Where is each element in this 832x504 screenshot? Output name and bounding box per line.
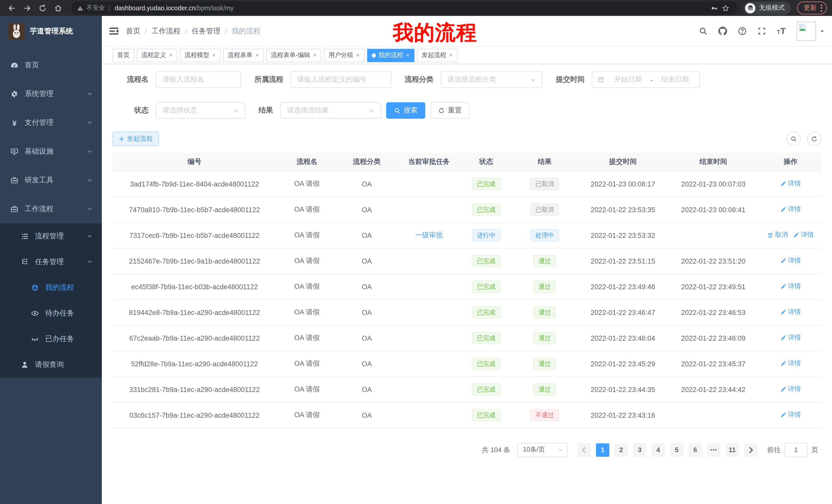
search-icon[interactable] bbox=[699, 27, 707, 35]
end-date-placeholder: 结束日期 bbox=[656, 75, 694, 84]
more-pages-button[interactable]: ••• bbox=[707, 443, 721, 456]
cell-result: 处理中 bbox=[510, 222, 579, 248]
tab-发起流程[interactable]: 发起流程× bbox=[417, 49, 458, 62]
page-size-select[interactable]: 10条/页 bbox=[517, 443, 568, 457]
close-icon[interactable]: × bbox=[169, 52, 173, 58]
detail-button[interactable]: 详情 bbox=[780, 282, 801, 291]
tab-流程表单[interactable]: 流程表单× bbox=[223, 49, 264, 62]
create-process-button[interactable]: 发起流程 bbox=[113, 132, 159, 146]
detail-button[interactable]: 详情 bbox=[793, 231, 814, 240]
reload-icon[interactable] bbox=[36, 1, 49, 15]
breadcrumb-item[interactable]: 首页 bbox=[126, 26, 140, 36]
cell-current-task bbox=[396, 325, 462, 351]
font-size-icon[interactable]: TT bbox=[777, 26, 786, 36]
tab-流程模型[interactable]: 流程模型× bbox=[180, 49, 220, 62]
category-select[interactable]: 请选择流程分类 bbox=[441, 72, 543, 88]
cell-process-name: OA 请假 bbox=[277, 325, 338, 351]
page-button-11[interactable]: 11 bbox=[726, 443, 739, 456]
close-icon[interactable]: × bbox=[356, 52, 360, 58]
cell-category: OA bbox=[338, 171, 396, 197]
process-name-input[interactable]: 请输入流程名 bbox=[156, 72, 241, 88]
detail-button[interactable]: 详情 bbox=[780, 411, 801, 419]
page-button-6[interactable]: 6 bbox=[688, 443, 702, 456]
sidebar-item-请假查询[interactable]: 请假查询 bbox=[0, 352, 102, 377]
cell-id: 2152467e-7b9b-11ec-9a1b-acde48001122 bbox=[113, 248, 277, 274]
cancel-button[interactable]: 取消 bbox=[768, 231, 788, 240]
start-date-placeholder: 开始日期 bbox=[609, 75, 647, 84]
cell-current-task bbox=[396, 376, 462, 402]
detail-button[interactable]: 详情 bbox=[780, 308, 801, 317]
browser-menu-icon[interactable] bbox=[821, 4, 822, 11]
status-badge: 已完成 bbox=[472, 358, 501, 370]
logo-image bbox=[8, 23, 25, 39]
detail-button[interactable]: 详情 bbox=[780, 334, 801, 342]
task-link[interactable]: 一级审批 bbox=[415, 231, 443, 239]
page-button-3[interactable]: 3 bbox=[633, 443, 646, 456]
cell-status: 已完成 bbox=[462, 197, 510, 222]
cell-submit-time: 2022-01-22 23:49:46 bbox=[579, 274, 667, 300]
breadcrumb-item[interactable]: 任务管理 bbox=[192, 26, 220, 36]
tab-我的流程[interactable]: 我的流程× bbox=[367, 49, 414, 62]
page-button-2[interactable]: 2 bbox=[615, 443, 628, 456]
sidebar-item-任务管理[interactable]: 任务管理 bbox=[0, 249, 102, 275]
close-icon[interactable]: × bbox=[255, 52, 259, 58]
column-header: 状态 bbox=[462, 152, 510, 171]
sidebar-item-系统管理[interactable]: 系统管理 bbox=[0, 80, 102, 108]
update-button[interactable]: 更新 bbox=[797, 2, 827, 15]
fullscreen-icon[interactable] bbox=[757, 27, 766, 35]
sidebar-item-基础设施[interactable]: 基础设施 bbox=[0, 137, 102, 166]
sidebar-item-首页[interactable]: 首页 bbox=[0, 51, 102, 80]
eye-icon bbox=[31, 309, 39, 317]
status-select[interactable]: 请选择状态 bbox=[156, 102, 245, 119]
breadcrumb-item[interactable]: 工作流程 bbox=[152, 26, 181, 36]
sidebar-item-工作流程[interactable]: 工作流程 bbox=[0, 195, 102, 223]
sidebar-item-我的流程[interactable]: 我的流程 bbox=[0, 275, 102, 301]
close-icon[interactable]: × bbox=[406, 52, 410, 58]
tab-首页[interactable]: 首页 bbox=[113, 49, 134, 62]
home-icon[interactable] bbox=[51, 1, 65, 15]
page-button-5[interactable]: 5 bbox=[670, 443, 683, 456]
forward-icon[interactable] bbox=[21, 1, 34, 15]
refresh-button[interactable] bbox=[807, 132, 821, 146]
next-page-button[interactable] bbox=[744, 443, 757, 456]
sidebar-item-研发工具[interactable]: 研发工具 bbox=[0, 166, 102, 195]
sidebar-item-待办任务[interactable]: 待办任务 bbox=[0, 301, 102, 326]
tab-流程定义[interactable]: 流程定义× bbox=[137, 49, 177, 62]
sidebar-item-label: 请假查询 bbox=[35, 360, 102, 369]
help-icon[interactable] bbox=[738, 27, 747, 35]
detail-button[interactable]: 详情 bbox=[780, 205, 801, 214]
eye-closed-icon bbox=[31, 335, 39, 343]
user-menu[interactable] bbox=[797, 21, 825, 41]
url-bar[interactable]: 不安全 dashboard.yudao.iocoder.cn /bpm/task… bbox=[71, 2, 737, 15]
bookmark-star-icon[interactable] bbox=[720, 4, 731, 11]
column-header: 编号 bbox=[113, 152, 277, 171]
submit-time-range[interactable]: 开始日期 - 结束日期 bbox=[592, 72, 700, 88]
sidebar-item-已办任务[interactable]: 已办任务 bbox=[0, 326, 102, 352]
back-icon[interactable] bbox=[5, 1, 19, 15]
sidebar-item-流程管理[interactable]: 流程管理 bbox=[0, 223, 102, 249]
tab-用户分组[interactable]: 用户分组× bbox=[324, 49, 365, 62]
search-button[interactable]: 搜索 bbox=[386, 102, 425, 119]
detail-button[interactable]: 详情 bbox=[780, 385, 801, 394]
detail-button[interactable]: 详情 bbox=[780, 359, 801, 368]
reset-button[interactable]: 重置 bbox=[431, 102, 469, 119]
close-icon[interactable]: × bbox=[449, 52, 453, 58]
result-badge: 处理中 bbox=[530, 229, 559, 242]
jump-page-input[interactable]: 1 bbox=[785, 443, 807, 457]
detail-button[interactable]: 详情 bbox=[780, 179, 801, 188]
collapse-sidebar-icon[interactable] bbox=[102, 27, 126, 35]
app-logo[interactable]: 芋道管理系统 bbox=[0, 16, 102, 47]
toggle-search-button[interactable] bbox=[786, 132, 801, 146]
sidebar-item-支付管理[interactable]: ¥支付管理 bbox=[0, 108, 102, 137]
close-icon[interactable]: × bbox=[313, 52, 317, 58]
process-definition-input[interactable]: 请输入流程定义的编号 bbox=[290, 72, 391, 88]
result-select[interactable]: 请选择流结果 bbox=[280, 102, 381, 119]
key-icon[interactable] bbox=[709, 4, 720, 11]
page-button-1[interactable]: 1 bbox=[596, 443, 609, 456]
github-icon[interactable] bbox=[718, 27, 727, 35]
detail-button[interactable]: 详情 bbox=[780, 257, 801, 265]
tab-流程表单-编辑[interactable]: 流程表单-编辑× bbox=[266, 49, 321, 62]
chevron-down-icon bbox=[369, 108, 374, 113]
page-button-4[interactable]: 4 bbox=[651, 443, 665, 456]
close-icon[interactable]: × bbox=[212, 52, 216, 58]
